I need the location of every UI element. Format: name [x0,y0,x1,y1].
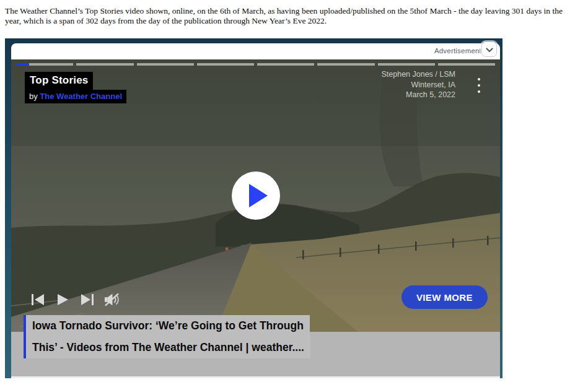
play-icon [56,293,69,306]
caption-line-2: This’ - Videos from The Weather Channel … [26,337,310,358]
video-player[interactable]: Top Stories by The Weather Channel Steph… [11,59,500,332]
credit-location: Winterset, IA [381,80,455,90]
play-icon [249,184,268,207]
video-caption: Iowa Tornado Survivor: ‘We’re Going to G… [24,315,310,358]
previous-track-icon [30,293,45,306]
video-title-block: Top Stories by The Weather Channel [25,72,126,103]
previous-track-button[interactable] [30,292,45,307]
kebab-dot [478,84,480,87]
play-button-small[interactable] [55,292,70,307]
advertisement-label: Advertisement [434,47,481,54]
progress-segment[interactable] [16,63,73,66]
advertisement-bar: Advertisement [11,43,500,59]
progress-segment[interactable] [197,63,254,66]
mute-button[interactable] [104,292,120,307]
progress-segment[interactable] [76,63,133,66]
progress-segment[interactable] [378,63,435,66]
video-credit: Stephen Jones / LSM Winterset, IA March … [381,69,455,100]
progress-segment[interactable] [257,63,314,66]
collapse-ad-button[interactable] [481,41,497,57]
player-controls [30,292,120,307]
embed-bottom-strip [11,376,500,378]
next-track-icon [80,293,95,306]
kebab-dot [478,90,480,93]
view-more-button[interactable]: VIEW MORE [402,285,488,309]
chevron-down-icon [486,44,493,55]
progress-segment[interactable] [438,63,495,66]
credit-date: March 5, 2022 [381,90,455,100]
byline-prefix: by [29,92,40,101]
more-options-button[interactable] [474,78,484,93]
video-embed-container: Advertisement [5,38,502,378]
progress-segment[interactable] [137,63,194,66]
video-title: Top Stories [25,72,93,90]
page-description-text: The Weather Channel’s Top Stories video … [5,6,564,26]
volume-muted-icon [104,292,120,307]
progress-bar[interactable] [16,63,495,66]
progress-segment[interactable] [317,63,374,66]
kebab-dot [478,78,480,80]
channel-link[interactable]: The Weather Channel [40,92,122,101]
credit-author: Stephen Jones / LSM [381,69,455,80]
caption-line-1: Iowa Tornado Survivor: ‘We’re Going to G… [26,315,310,337]
play-button-large[interactable] [232,171,280,220]
progress-fill [16,63,29,66]
next-track-button[interactable] [79,292,95,307]
